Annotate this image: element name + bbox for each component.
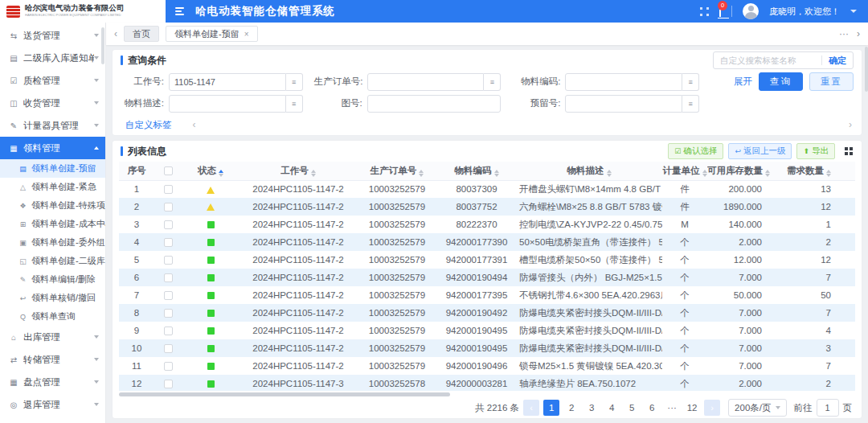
sidebar-item-transfer[interactable]: ⇄ 转储管理 bbox=[0, 348, 105, 371]
notification-bell-icon[interactable]: 0 bbox=[719, 6, 721, 17]
user-avatar[interactable] bbox=[743, 3, 759, 19]
col-material-code[interactable]: 物料编码 bbox=[437, 162, 516, 180]
table-row[interactable]: 82024HPC1105-1147-2100032525799420001904… bbox=[119, 304, 855, 322]
apps-grid-icon[interactable] bbox=[700, 7, 709, 16]
table-row[interactable]: 102024HPC1105-1147-210003252579942000190… bbox=[119, 339, 855, 357]
col-select[interactable] bbox=[154, 162, 182, 180]
col-order-no[interactable]: 生产订单号 bbox=[357, 162, 437, 180]
sidebar-subitem-create-special-project[interactable]: ❖ 领料单创建-特殊项目 bbox=[0, 196, 105, 215]
page-button[interactable]: 12 bbox=[684, 400, 700, 416]
row-checkbox[interactable] bbox=[164, 185, 173, 194]
table-row[interactable]: 122024HPC1105-1147-310003252578942000003… bbox=[119, 375, 855, 391]
reserve-no-input[interactable] bbox=[565, 95, 682, 113]
row-checkbox[interactable] bbox=[164, 203, 173, 212]
sidebar-subitem-create-l2-warehouse[interactable]: ◱ 领料单创建-二级库 bbox=[0, 252, 105, 270]
sort-icon[interactable] bbox=[419, 170, 424, 178]
sort-icon[interactable] bbox=[494, 170, 499, 178]
row-checkbox[interactable] bbox=[164, 380, 173, 388]
row-checkbox[interactable] bbox=[164, 256, 173, 265]
table-row[interactable]: 42024HPC1105-1147-2100032525799420001773… bbox=[119, 233, 855, 251]
row-checkbox[interactable] bbox=[164, 273, 173, 282]
page-button[interactable]: 6 bbox=[644, 400, 660, 416]
sidebar-item-stocktake[interactable]: ▦ 盘点管理 bbox=[0, 371, 105, 393]
row-checkbox[interactable] bbox=[164, 326, 173, 335]
tags-prev-icon[interactable]: ‹ bbox=[193, 119, 196, 130]
next-page-button[interactable]: › bbox=[704, 400, 720, 416]
sort-icon[interactable] bbox=[219, 170, 223, 178]
sidebar-subitem-create-reserve[interactable]: ▤ 领料单创建-预留 bbox=[0, 159, 105, 178]
sidebar-scrollbar[interactable] bbox=[101, 27, 104, 64]
table-row[interactable]: 72024HPC1105-1147-2100032525799420001773… bbox=[119, 286, 855, 304]
material-desc-input[interactable] bbox=[169, 95, 286, 113]
page-button[interactable]: 4 bbox=[604, 400, 620, 416]
sidebar-item-delivery[interactable]: ⇆ 送货管理 bbox=[0, 24, 105, 47]
sidebar-item-return[interactable]: ◎ 退库管理 bbox=[0, 393, 105, 416]
row-checkbox[interactable] bbox=[164, 291, 173, 300]
col-stock-qty[interactable]: 可用库存数量 bbox=[707, 162, 786, 180]
page-button[interactable]: 2 bbox=[563, 400, 579, 416]
sidebar-subitem-create-cost-center[interactable]: ⊞ 领料单创建-成本中心 bbox=[0, 215, 105, 233]
user-menu-chevron-icon[interactable] bbox=[850, 10, 857, 13]
sidebar-subitem-writeoff-withdraw[interactable]: ↩ 领料单核销/撤回 bbox=[0, 289, 105, 307]
row-checkbox[interactable] bbox=[164, 238, 173, 247]
table-row[interactable]: 32024HPC1105-1147-21000325257980222370控制… bbox=[119, 216, 855, 233]
page-button[interactable]: 3 bbox=[583, 400, 600, 416]
sort-icon[interactable] bbox=[702, 170, 707, 178]
sort-icon[interactable] bbox=[765, 170, 770, 178]
menu-collapse-icon[interactable] bbox=[175, 7, 184, 15]
sort-icon[interactable] bbox=[311, 170, 316, 178]
batch-input-icon[interactable]: ≡ bbox=[286, 73, 303, 91]
page-size-select[interactable]: 200条/页 bbox=[728, 399, 786, 417]
confirm-select-button[interactable]: ☑确认选择 bbox=[668, 143, 723, 159]
col-material-desc[interactable]: 物料描述 bbox=[516, 162, 662, 180]
sidebar-item-l2-inbound-notice[interactable]: ▤ 二级库入库通知单 bbox=[0, 47, 105, 69]
table-row[interactable]: 22024HPC1105-1147-21000325257980037752六角… bbox=[119, 198, 855, 216]
sidebar-subitem-create-urgent[interactable]: △ 领料单创建-紧急 bbox=[0, 178, 105, 196]
sidebar-subitem-query[interactable]: Q 领料单查询 bbox=[0, 307, 105, 326]
export-button[interactable]: ⬆导出 bbox=[796, 143, 835, 159]
sidebar-item-material-requisition[interactable]: ▦ 领料管理 bbox=[0, 137, 105, 159]
prev-page-button[interactable]: ‹ bbox=[523, 400, 539, 416]
expand-link[interactable]: 展开 bbox=[734, 76, 752, 88]
page-button[interactable]: 5 bbox=[624, 400, 640, 416]
table-horizontal-scrollbar[interactable] bbox=[119, 392, 855, 397]
row-checkbox[interactable] bbox=[164, 309, 173, 318]
material-code-input[interactable] bbox=[565, 73, 682, 91]
tab-requisition-create-reserve[interactable]: 领料单创建-预留 × bbox=[166, 26, 258, 42]
confirm-button[interactable]: 确定 bbox=[829, 55, 846, 67]
batch-input-icon[interactable]: ≡ bbox=[286, 95, 303, 113]
sort-icon[interactable] bbox=[826, 170, 831, 178]
batch-input-icon[interactable]: ≡ bbox=[682, 73, 699, 91]
search-button[interactable]: 查询 bbox=[759, 72, 803, 91]
page-button[interactable]: 1 bbox=[543, 400, 559, 416]
table-row[interactable]: 12024HPC1105-1147-21000325257980037309开槽… bbox=[119, 180, 855, 198]
tabs-forward-icon[interactable]: › bbox=[857, 28, 860, 39]
sort-icon[interactable] bbox=[607, 170, 612, 178]
row-checkbox[interactable] bbox=[164, 220, 173, 229]
table-row[interactable]: 112024HPC1105-1147-210003252579942000190… bbox=[119, 357, 855, 375]
col-demand-qty[interactable]: 需求数量 bbox=[786, 162, 855, 180]
batch-input-icon[interactable]: ≡ bbox=[682, 95, 699, 113]
drawing-no-input[interactable] bbox=[367, 95, 502, 113]
column-settings-icon[interactable] bbox=[845, 147, 854, 156]
page-ellipsis[interactable]: ··· bbox=[664, 400, 680, 416]
row-checkbox[interactable] bbox=[164, 344, 173, 353]
production-order-input[interactable] bbox=[367, 73, 485, 91]
col-seq[interactable]: 序号 bbox=[119, 162, 154, 180]
window-scrollbar[interactable] bbox=[864, 23, 868, 423]
reset-button[interactable]: 重置 bbox=[809, 72, 854, 91]
col-job-no[interactable]: 工作号 bbox=[240, 162, 357, 180]
sidebar-item-measuring-tools[interactable]: ✎ 计量器具管理 bbox=[0, 114, 105, 137]
job-no-input[interactable] bbox=[169, 73, 286, 91]
batch-input-icon[interactable]: ≡ bbox=[484, 73, 501, 91]
sidebar-item-quality-check[interactable]: ☑ 质检管理 bbox=[0, 69, 105, 92]
select-all-checkbox[interactable] bbox=[164, 166, 173, 175]
custom-tag-name-input[interactable] bbox=[720, 55, 815, 65]
table-row[interactable]: 92024HPC1105-1147-2100032525799420001904… bbox=[119, 322, 855, 339]
col-unit[interactable]: 计量单位 bbox=[662, 162, 707, 180]
back-up-level-button[interactable]: ↩返回上一级 bbox=[728, 143, 792, 159]
goto-page-input[interactable] bbox=[817, 399, 839, 417]
col-status[interactable]: 状态 bbox=[182, 162, 240, 180]
row-checkbox[interactable] bbox=[164, 362, 173, 371]
custom-tag-link[interactable]: 自定义标签 bbox=[125, 119, 172, 131]
